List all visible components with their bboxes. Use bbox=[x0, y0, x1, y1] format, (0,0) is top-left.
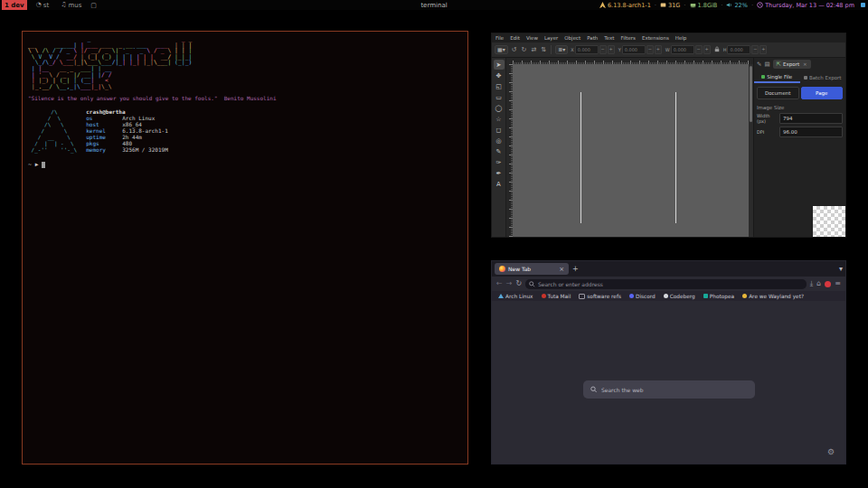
tab-single-file[interactable]: Single File bbox=[754, 72, 800, 83]
decrement-button[interactable]: − bbox=[646, 45, 654, 54]
x-value-input[interactable]: 0.000 bbox=[575, 45, 599, 54]
selector-tool[interactable]: ➤ bbox=[494, 60, 505, 70]
favicon-icon bbox=[742, 294, 747, 298]
home-icon[interactable]: ⌂ bbox=[816, 280, 821, 287]
menu-icon[interactable]: ≡ bbox=[835, 280, 841, 287]
top-status-bar: 1 dev◔st♫mus▢ terminal 6.13.8-arch1-1·31… bbox=[0, 0, 868, 10]
text-tool[interactable]: A bbox=[494, 179, 505, 189]
export-preview-checkerboard bbox=[813, 206, 845, 237]
status-memory: 1.8GiB bbox=[690, 2, 718, 9]
inkscape-menubar: FileEditViewLayerObjectPathTextFiltersEx… bbox=[492, 33, 845, 42]
menu-view[interactable]: View bbox=[526, 35, 538, 41]
workspace-st[interactable]: ◔st bbox=[33, 0, 52, 10]
increment-button[interactable]: + bbox=[608, 45, 615, 54]
new-tab-button[interactable]: + bbox=[572, 266, 579, 273]
downloads-icon[interactable]: ⤓ bbox=[810, 280, 814, 287]
dpi-input[interactable]: 96.00 bbox=[779, 127, 843, 137]
align-dropdown[interactable]: ≣▾ bbox=[555, 45, 568, 54]
shape-builder-tool[interactable]: ◱ bbox=[494, 81, 505, 91]
width-input[interactable]: 794 bbox=[779, 113, 843, 124]
forward-button[interactable]: → bbox=[506, 280, 513, 287]
spiral-tool[interactable]: ◎ bbox=[494, 136, 505, 145]
pen-tool[interactable]: ✑ bbox=[494, 157, 505, 167]
menu-file[interactable]: File bbox=[495, 35, 504, 41]
flip-vertical-button[interactable]: ⇅ bbox=[540, 47, 547, 53]
disk-icon bbox=[660, 2, 666, 8]
fetch-label: uptime bbox=[86, 134, 122, 140]
fetch-output: /\ / \ /\ \ / \ / __ \ / | | - \ /_-'' '… bbox=[28, 108, 462, 153]
tab-batch-export[interactable]: Batch Export bbox=[800, 72, 846, 83]
box3d-tool[interactable]: ◻ bbox=[494, 125, 505, 135]
terminal-window[interactable]: _ _ _ __ _____| | ___ ___ _ __ ___ ___ |… bbox=[22, 31, 468, 465]
decrement-button[interactable]: − bbox=[751, 45, 759, 54]
inkscape-window[interactable]: FileEditViewLayerObjectPathTextFiltersEx… bbox=[491, 33, 846, 238]
url-bar[interactable] bbox=[525, 279, 807, 289]
star-tool[interactable]: ☆ bbox=[494, 114, 505, 124]
increment-button[interactable]: + bbox=[655, 45, 662, 54]
personalize-gear-icon[interactable]: ⚙ bbox=[827, 447, 835, 456]
bookmark-codeberg[interactable]: Codeberg bbox=[664, 294, 695, 299]
web-search-box[interactable] bbox=[583, 380, 755, 399]
increment-button[interactable]: + bbox=[703, 45, 711, 54]
pencil-tool[interactable]: ✎ bbox=[494, 146, 505, 156]
browser-window[interactable]: New Tab × + ▾ ← → ↻ ⤓ ⌂ ≡ Arch LinuxTuta… bbox=[491, 260, 846, 465]
tab-close-icon[interactable]: × bbox=[559, 266, 564, 273]
layout-indicator-icon[interactable]: ▢ bbox=[90, 2, 97, 9]
menu-object[interactable]: Object bbox=[564, 35, 580, 41]
calligraphy-tool[interactable]: ✒ bbox=[494, 168, 505, 178]
tray-icon[interactable] bbox=[861, 3, 865, 7]
url-input[interactable] bbox=[538, 281, 803, 287]
increment-button[interactable]: + bbox=[760, 45, 767, 54]
menu-extensions[interactable]: Extensions bbox=[642, 35, 669, 41]
favicon-icon bbox=[664, 294, 668, 298]
active-tab[interactable]: New Tab × bbox=[495, 263, 569, 275]
h-value-input[interactable]: 0.000 bbox=[727, 45, 750, 54]
spin-h: H0.000−+ bbox=[723, 45, 768, 54]
web-search-input[interactable] bbox=[601, 387, 748, 393]
workspace-label: mus bbox=[68, 2, 81, 9]
menu-filters[interactable]: Filters bbox=[620, 35, 636, 41]
bookmark-arch-linux[interactable]: Arch Linux bbox=[498, 294, 533, 299]
rotate-ccw-button[interactable]: ↺ bbox=[511, 47, 518, 53]
export-panel: ✎ ▤ ⇱ Export × Single File Batch Export bbox=[753, 58, 845, 237]
menu-layer[interactable]: Layer bbox=[544, 35, 558, 41]
bookmark-software-refs[interactable]: software refs bbox=[579, 294, 621, 299]
pencil-icon[interactable]: ✎ bbox=[757, 61, 761, 68]
bookmark-photopea[interactable]: Photopea bbox=[703, 294, 734, 299]
workspace-mus[interactable]: ♫mus bbox=[58, 0, 84, 10]
fetch-row-pkgs: pkgs480 bbox=[86, 140, 168, 146]
rectangle-tool[interactable]: ▭ bbox=[494, 92, 505, 102]
close-icon[interactable]: × bbox=[803, 61, 807, 67]
decrement-button[interactable]: − bbox=[695, 45, 703, 54]
layers-icon[interactable]: ▤ bbox=[764, 61, 769, 68]
menu-text[interactable]: Text bbox=[604, 35, 614, 41]
back-button[interactable]: ← bbox=[496, 280, 503, 287]
flip-horizontal-button[interactable]: ⇄ bbox=[530, 47, 537, 53]
export-tab[interactable]: ⇱ Export × bbox=[773, 60, 811, 69]
scrollbar-thumb[interactable] bbox=[750, 66, 752, 122]
inkscape-canvas[interactable] bbox=[513, 64, 749, 237]
node-tool[interactable]: ✥ bbox=[494, 70, 505, 80]
shell-prompt[interactable]: ~ ▶ bbox=[28, 161, 462, 168]
reload-button[interactable]: ↻ bbox=[515, 280, 522, 287]
bookmark-discord[interactable]: Discord bbox=[629, 294, 656, 299]
st-app-icon: ◔ bbox=[36, 2, 42, 8]
rotate-cw-button[interactable]: ↻ bbox=[521, 47, 528, 53]
y-value-input[interactable]: 0.000 bbox=[622, 45, 646, 54]
decrement-button[interactable]: − bbox=[599, 45, 607, 54]
w-value-input[interactable]: 0.000 bbox=[671, 45, 694, 54]
list-tabs-chevron-icon[interactable]: ▾ bbox=[839, 266, 843, 273]
extension-icon[interactable] bbox=[825, 281, 831, 287]
document-button[interactable]: Document bbox=[757, 87, 799, 99]
menu-help[interactable]: Help bbox=[675, 35, 687, 41]
bookmark-tuta-mail[interactable]: Tuta Mail bbox=[542, 294, 571, 299]
lock-ratio-icon[interactable] bbox=[714, 46, 720, 53]
bookmark-label: Discord bbox=[636, 294, 656, 299]
menu-path[interactable]: Path bbox=[587, 35, 598, 41]
ellipse-tool[interactable]: ◯ bbox=[494, 103, 505, 113]
workspace-1-dev[interactable]: 1 dev bbox=[2, 0, 27, 10]
menu-edit[interactable]: Edit bbox=[510, 35, 520, 41]
bookmark-are-we-wayland-yet-[interactable]: Are we Wayland yet? bbox=[742, 294, 804, 299]
page-button[interactable]: Page bbox=[801, 87, 844, 99]
selection-mode-dropdown[interactable]: ▦▾ bbox=[495, 45, 508, 54]
